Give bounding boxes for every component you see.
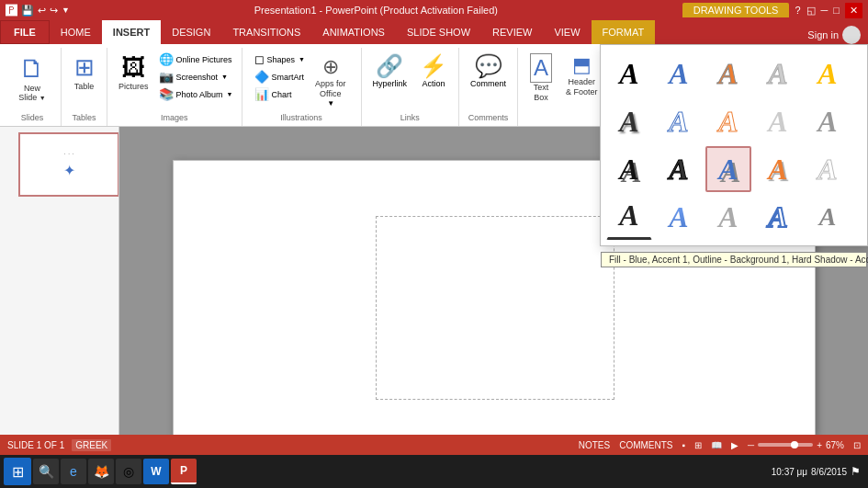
start-button[interactable]: ⊞ [4,458,31,485]
wordart-item-4[interactable]: A [755,51,801,96]
new-slide-label2: Slide ▼ [18,93,45,102]
quick-access-more[interactable]: ▼ [62,6,70,15]
zoom-level[interactable]: 67% [826,440,844,450]
wordart-item-14[interactable]: A [755,146,801,192]
fit-slide-btn[interactable]: ⊡ [853,440,861,450]
wordart-item-10[interactable]: A [805,98,851,144]
tab-transitions[interactable]: TRANSITIONS [221,20,311,44]
tab-animations[interactable]: ANIMATIONS [311,20,396,44]
tab-view[interactable]: VIEW [543,20,591,44]
links-group-label: Links [400,113,420,124]
wordart-item-9[interactable]: A [755,98,801,144]
quick-access-save[interactable]: 💾 [21,5,34,17]
window-title: Presentation1 - PowerPoint (Product Acti… [70,5,682,16]
help-btn[interactable]: ? [795,5,800,16]
view-reading-icon[interactable]: 📖 [711,440,722,450]
tab-design[interactable]: DESIGN [161,20,221,44]
ribbon-group-slides: 🗋 New Slide ▼ Slides [4,48,62,126]
apps-for-office-dropdown-arrow: ▼ [327,99,334,108]
tab-home[interactable]: HOME [50,20,102,44]
tab-slide-show[interactable]: SLIDE SHOW [396,20,481,44]
taskbar-firefox[interactable]: 🦊 [88,459,114,484]
shapes-button[interactable]: ◻ Shapes ▼ [252,51,308,67]
wordart-item-1[interactable]: A [606,51,652,96]
wordart-item-3[interactable]: A [705,51,751,96]
action-button[interactable]: ⚡ Action [414,50,453,92]
apps-for-office-button[interactable]: ⊕ Apps forOffice ▼ [310,51,352,111]
wordart-item-16[interactable]: A [606,194,652,240]
status-bar: SLIDE 1 OF 1 GREEK NOTES COMMENTS ▪ ⊞ 📖 … [0,435,868,455]
maximize-btn[interactable]: □ [833,5,840,16]
comment-icon: 💬 [475,53,502,79]
language-indicator[interactable]: GREEK [72,439,111,451]
photo-album-dropdown-arrow: ▼ [227,91,233,97]
slides-group-label: Slides [21,113,44,124]
action-icon: ⚡ [420,53,447,79]
taskbar-chrome[interactable]: ◎ [116,459,141,484]
zoom-in-btn[interactable]: + [817,440,822,450]
view-slideshow-icon[interactable]: ▶ [731,440,738,450]
chart-button[interactable]: 📊 Chart [252,86,308,102]
header-footer-button[interactable]: ⬒ Header& Footer [560,50,603,101]
smartart-button[interactable]: 🔷 SmartArt [252,69,308,85]
tab-file[interactable]: FILE [0,20,50,44]
tables-group-label: Tables [72,113,96,124]
powerpoint-icon: P [180,464,187,477]
search-icon: 🔍 [39,464,54,479]
slide-content-placeholder[interactable] [376,216,614,400]
close-btn[interactable]: ✕ [845,3,862,18]
restore-btn[interactable]: ◱ [806,5,816,17]
sign-in-btn[interactable]: Sign in [807,29,839,40]
wordart-item-15[interactable]: A [805,146,851,192]
wordart-item-11[interactable]: A [606,146,652,192]
minimize-btn[interactable]: ─ [821,5,829,16]
taskbar-word[interactable]: W [143,459,169,484]
notes-btn[interactable]: NOTES [579,440,610,450]
shapes-icon: ◻ [254,52,265,66]
screenshot-button[interactable]: 📷 Screenshot ▼ [156,69,236,85]
tab-review[interactable]: REVIEW [481,20,543,44]
taskbar-powerpoint[interactable]: P [171,459,197,484]
comments-group-label: Comments [468,113,509,124]
wordart-item-8[interactable]: A [705,98,751,144]
wordart-item-12[interactable]: A [656,146,702,192]
new-slide-button[interactable]: 🗋 New Slide ▼ [9,50,55,106]
wordart-item-6[interactable]: A [606,98,652,144]
tab-format[interactable]: FORMAT [592,20,656,44]
wordart-item-17[interactable]: A [656,194,702,240]
wordart-item-5[interactable]: A [805,51,851,96]
wordart-item-13[interactable]: A [705,146,751,192]
taskbar-time: 10:37 μμ [772,467,807,477]
wordart-item-20[interactable]: A [805,194,851,240]
wordart-item-19[interactable]: A [755,194,801,240]
comment-button[interactable]: 💬 Comment [465,50,512,92]
text-box-button[interactable]: A TextBox [524,50,558,107]
tab-insert[interactable]: INSERT [102,20,161,44]
taskbar-date: 8/6/2015 [811,467,847,477]
online-pictures-button[interactable]: 🌐 Online Pictures [156,51,236,67]
taskbar-search[interactable]: 🔍 [33,459,59,484]
slide-panel: 1 · · · ✦ [0,127,119,468]
action-label: Action [423,79,445,88]
wordart-item-7[interactable]: A [656,98,702,144]
hyperlink-button[interactable]: 🔗 Hyperlink [367,50,413,92]
view-normal-icon[interactable]: ▪ [682,440,686,450]
quick-access-undo[interactable]: ↩ [38,5,46,17]
wordart-item-18[interactable]: A [705,194,751,240]
ribbon-tabs: FILE HOME INSERT DESIGN TRANSITIONS ANIM… [0,20,868,44]
table-button[interactable]: ⊞ Table [69,50,100,95]
screenshot-dropdown-arrow: ▼ [221,74,228,80]
zoom-out-btn[interactable]: ─ [748,440,754,450]
pictures-button[interactable]: 🖼 Pictures [113,50,154,95]
header-footer-icon: ⬒ [572,53,592,77]
view-slide-sorter-icon[interactable]: ⊞ [694,440,702,450]
wordart-item-2[interactable]: A [656,51,702,96]
quick-access-redo[interactable]: ↪ [50,5,58,17]
comments-btn[interactable]: COMMENTS [619,440,672,450]
slide-thumbnail[interactable]: · · · ✦ [18,132,119,197]
photo-album-button[interactable]: 📚 Photo Album ▼ [156,86,236,102]
ie-icon: e [70,464,77,479]
taskbar-notification[interactable]: ⚑ [851,465,861,478]
apps-for-office-label: Apps forOffice [315,79,346,99]
taskbar-ie[interactable]: e [61,459,86,484]
